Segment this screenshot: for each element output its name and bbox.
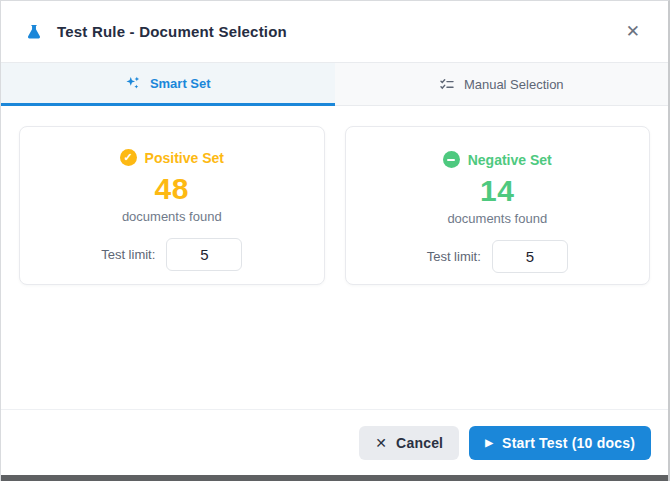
negative-limit-input[interactable] [492,240,568,273]
test-rule-modal: Test Rule - Document Selection ✕ Smart S… [0,0,670,481]
negative-limit-row: Test limit: [362,240,634,273]
close-icon: ✕ [626,22,640,41]
tab-manual-selection-label: Manual Selection [464,77,564,92]
positive-limit-label: Test limit: [101,247,155,262]
negative-set-label: Negative Set [468,152,552,168]
negative-set-card: Negative Set 14 documents found Test lim… [345,126,651,285]
start-test-button[interactable]: ▶ Start Test (10 docs) [469,426,651,460]
close-button[interactable]: ✕ [622,19,644,44]
flask-icon [25,23,43,41]
tab-manual-selection[interactable]: Manual Selection [335,63,669,106]
positive-set-label: Positive Set [145,150,224,166]
play-icon: ▶ [485,437,493,448]
cancel-x-icon: ✕ [375,435,387,451]
window-bottom-edge [1,475,668,481]
start-test-button-label: Start Test (10 docs) [502,435,635,451]
positive-set-card: ✓ Positive Set 48 documents found Test l… [19,126,325,285]
negative-set-header: Negative Set [443,151,552,168]
modal-header: Test Rule - Document Selection ✕ [1,1,668,62]
positive-limit-input[interactable] [166,238,242,271]
positive-set-header: ✓ Positive Set [120,149,224,166]
tab-smart-set[interactable]: Smart Set [1,63,335,106]
negative-set-subtitle: documents found [362,211,634,226]
minus-glyph [447,159,455,161]
positive-set-count: 48 [36,172,308,206]
minus-circle-icon [443,151,460,168]
negative-set-count: 14 [362,174,634,208]
positive-set-subtitle: documents found [36,209,308,224]
negative-limit-label: Test limit: [427,249,481,264]
tab-smart-set-label: Smart Set [150,76,211,91]
check-circle-icon: ✓ [120,149,137,166]
modal-title: Test Rule - Document Selection [57,23,287,40]
cancel-button[interactable]: ✕ Cancel [359,426,459,460]
checklist-icon [439,76,455,92]
sparkles-icon [125,75,141,91]
positive-limit-row: Test limit: [36,238,308,271]
tab-bar: Smart Set Manual Selection [1,62,668,106]
modal-body: ✓ Positive Set 48 documents found Test l… [1,106,668,409]
cancel-button-label: Cancel [396,435,443,451]
modal-footer: ✕ Cancel ▶ Start Test (10 docs) [1,409,668,475]
